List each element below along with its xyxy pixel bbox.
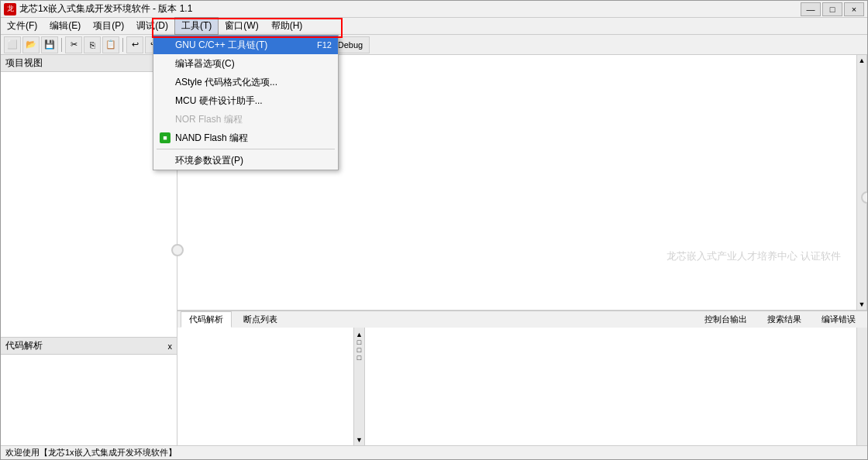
dropdown-gnu-label: GNU C/C++ 工具链(T) xyxy=(175,39,267,52)
dropdown-item-env[interactable]: 环境参数设置(P) xyxy=(153,151,338,170)
code-analysis-label: 代码解析 xyxy=(5,339,43,352)
toolbar-new-btn[interactable]: ⬜ xyxy=(4,36,21,53)
bottom-scroll-up[interactable]: ▲ xyxy=(356,331,363,338)
toolbar-sep-1 xyxy=(61,38,62,52)
dropdown-gnu-shortcut: F12 xyxy=(317,40,332,50)
menu-edit[interactable]: 编辑(E) xyxy=(43,18,87,34)
scroll-symbol-3[interactable]: □ xyxy=(357,354,361,362)
minimize-button[interactable]: — xyxy=(801,2,821,16)
logo-text: 龙 xyxy=(7,4,14,14)
toolbar-open-btn[interactable]: 📂 xyxy=(22,36,40,53)
project-view-header: 项目视图 xyxy=(1,55,177,72)
dropdown-separator xyxy=(157,149,335,149)
tab-console[interactable]: 控制台输出 xyxy=(696,311,756,328)
nand-icon: ■ xyxy=(160,132,170,143)
toolbar-undo-btn[interactable]: ↩ xyxy=(126,36,143,53)
scroll-down-btn[interactable]: ▼ xyxy=(859,299,866,310)
tab-breakpoints[interactable]: 断点列表 xyxy=(235,311,286,328)
dropdown-item-nand[interactable]: ■ NAND Flash 编程 xyxy=(153,129,338,147)
code-analysis-close[interactable]: x xyxy=(168,342,173,351)
dropdown-item-gnu[interactable]: GNU C/C++ 工具链(T) F12 xyxy=(153,36,338,54)
scroll-symbol-1[interactable]: □ xyxy=(357,338,361,346)
toolbar: ⬜ 📂 💾 ✂ ⎘ 📋 ↩ ↪ ▶ ▷ ⏸ ⏹ 🔨 C/C++ Debug xyxy=(1,35,867,55)
window-title: 龙芯1x嵌入式集成开发环境软件 - 版本 1.1 xyxy=(19,2,192,15)
tab-search[interactable]: 搜索结果 xyxy=(759,311,810,328)
scroll-symbol-2[interactable]: □ xyxy=(357,346,361,354)
dropdown-nor-label: NOR Flash 编程 xyxy=(175,113,243,126)
close-button[interactable]: × xyxy=(844,2,864,16)
toolbar-save-btn[interactable]: 💾 xyxy=(41,36,58,53)
dropdown-compiler-label: 编译器选项(C) xyxy=(175,57,235,70)
window-controls: — □ × xyxy=(801,2,864,16)
editor-vscrollbar[interactable]: ▲ ▼ xyxy=(856,55,867,310)
bottom-content-row: ▲ □ □ □ ▼ xyxy=(177,328,867,445)
dropdown-item-mcu[interactable]: MCU 硬件设计助手... xyxy=(153,91,338,110)
bottom-section: 代码解析 断点列表 控制台输出 搜索结果 编译错误 xyxy=(177,310,867,445)
code-analysis-content xyxy=(1,355,177,445)
menu-debug[interactable]: 调试(D) xyxy=(130,18,174,34)
status-bar: 欢迎使用【龙芯1x嵌入式集成开发环境软件】 xyxy=(1,445,867,459)
right-tabs: 控制台输出 搜索结果 编译错误 xyxy=(696,311,864,328)
dropdown-astyle-label: AStyle 代码格式化选项... xyxy=(175,76,277,89)
toolbar-paste-btn[interactable]: 📋 xyxy=(102,36,119,53)
code-analysis-header: 代码解析 x xyxy=(1,338,177,355)
toolbar-sep-2 xyxy=(122,38,123,52)
toolbar-cut-btn[interactable]: ✂ xyxy=(65,36,82,53)
dropdown-item-compiler[interactable]: 编译器选项(C) xyxy=(153,54,338,73)
left-bottom-panel xyxy=(177,328,354,445)
bottom-scroll-down[interactable]: ▼ xyxy=(356,436,363,445)
right-bottom-content xyxy=(365,328,856,445)
menu-window[interactable]: 窗口(W) xyxy=(219,18,264,34)
bottom-tabs-bar: 代码解析 断点列表 控制台输出 搜索结果 编译错误 xyxy=(177,311,867,328)
title-bar: 龙 龙芯1x嵌入式集成开发环境软件 - 版本 1.1 — □ × xyxy=(1,1,867,18)
menu-file[interactable]: 文件(F) xyxy=(1,18,43,34)
toolbar-copy-btn[interactable]: ⎘ xyxy=(84,36,101,53)
left-panel: 项目视图 代码解析 x xyxy=(1,55,177,445)
bottom-left-scroll: ▲ □ □ □ ▼ xyxy=(354,328,365,445)
scroll-up-btn[interactable]: ▲ xyxy=(859,55,866,66)
tab-compile-errors[interactable]: 编译错误 xyxy=(813,311,864,328)
left-circle xyxy=(171,244,184,256)
dropdown-mcu-label: MCU 硬件设计助手... xyxy=(175,94,263,108)
dropdown-nand-label: NAND Flash 编程 xyxy=(175,132,248,145)
right-bottom-vscroll[interactable] xyxy=(856,328,867,445)
dropdown-item-nor: NOR Flash 编程 xyxy=(153,110,338,129)
code-analysis-panel: 代码解析 x xyxy=(1,337,177,445)
menu-tools[interactable]: 工具(T) xyxy=(174,17,219,35)
menu-help[interactable]: 帮助(H) xyxy=(265,18,309,34)
app-logo: 龙 xyxy=(4,3,16,15)
content-area: 项目视图 代码解析 x 龙芯嵌入式产业人才培养中心 认 xyxy=(1,55,867,445)
project-view-content xyxy=(1,72,177,337)
tab-code-analysis[interactable]: 代码解析 xyxy=(181,311,232,328)
dropdown-env-label: 环境参数设置(P) xyxy=(175,154,243,167)
menu-project[interactable]: 项目(P) xyxy=(87,18,130,34)
status-message: 欢迎使用【龙芯1x嵌入式集成开发环境软件】 xyxy=(5,447,177,458)
right-bottom-panel: ▲ □ □ □ ▼ xyxy=(354,328,867,445)
tools-dropdown: GNU C/C++ 工具链(T) F12 编译器选项(C) AStyle 代码格… xyxy=(153,35,339,170)
app-window: 龙 龙芯1x嵌入式集成开发环境软件 - 版本 1.1 — □ × 文件(F) 编… xyxy=(0,0,868,460)
menu-bar: 文件(F) 编辑(E) 项目(P) 调试(D) 工具(T) 窗口(W) 帮助(H… xyxy=(1,18,867,35)
dropdown-item-astyle[interactable]: AStyle 代码格式化选项... xyxy=(153,73,338,91)
watermark: 龙芯嵌入式产业人才培养中心 认证软件 xyxy=(666,249,841,263)
restore-button[interactable]: □ xyxy=(822,2,842,16)
debug-label: Debug xyxy=(338,40,363,50)
project-view-label: 项目视图 xyxy=(5,57,43,70)
